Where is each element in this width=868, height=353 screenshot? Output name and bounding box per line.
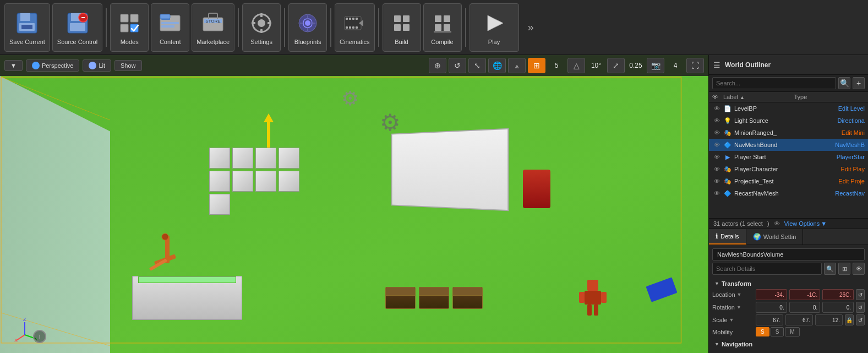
rotation-reset-btn[interactable]: ↺ [856, 302, 865, 313]
svg-rect-58 [579, 292, 585, 303]
scene-3d[interactable]: ⚙ ⚙ [0, 76, 708, 353]
play-button[interactable]: Play [470, 3, 519, 52]
toolbar-expand-button[interactable]: » [526, 19, 536, 36]
marketplace-icon: STORE [200, 10, 226, 36]
rotation-y-input[interactable]: 0. [789, 302, 821, 313]
outliner-item-levelbp[interactable]: 👁 📄 LevelBP Edit Level [709, 102, 868, 115]
item-visibility-minionranged[interactable]: 👁 [712, 128, 721, 137]
item-visibility-projectiletest[interactable]: 👁 [712, 177, 721, 186]
outliner-search-icon[interactable]: 🔍 [838, 77, 850, 89]
location-y-input[interactable]: -1C. [789, 289, 821, 300]
outliner-item-playerstart[interactable]: 👁 ▶ Player Start PlayerStar [709, 151, 868, 163]
svg-text:X: X [14, 338, 18, 343]
location-x-input[interactable]: -34. [756, 289, 787, 300]
save-current-button[interactable]: Save Current [4, 3, 50, 52]
viewport-info-icon[interactable]: i [33, 330, 46, 343]
details-eye-btn[interactable]: 👁 [853, 263, 865, 275]
rotate-tool[interactable]: ↺ [449, 58, 466, 73]
viewport[interactable]: ▼ Perspective Lit Show ⊕ ↺ ⤡ 🌐 [0, 55, 708, 353]
lit-btn[interactable]: Lit [83, 59, 111, 72]
scale-z-input[interactable]: 12. [815, 314, 843, 325]
scale-arrow-icon: ▼ [729, 317, 734, 323]
world-settings-tab-label: World Settin [763, 233, 796, 240]
cubes-group [209, 148, 319, 215]
details-grid-btn[interactable]: ⊞ [838, 263, 850, 275]
svg-line-62 [17, 335, 25, 340]
perspective-btn[interactable]: Perspective [26, 59, 79, 72]
show-btn[interactable]: Show [114, 60, 142, 71]
settings-button[interactable]: Settings [242, 3, 281, 52]
scale-snap-tool[interactable]: ⤢ [607, 58, 625, 73]
blueprints-icon [294, 10, 321, 36]
sort-arrow-icon: ▲ [740, 95, 745, 100]
details-tab-label: Details [720, 233, 739, 240]
view-options-btn[interactable]: View Options ▼ [784, 220, 827, 227]
tab-details[interactable]: ℹ Details [709, 229, 746, 245]
rotation-x-input[interactable]: 0. [756, 302, 787, 313]
outliner-item-navmeshbound[interactable]: 👁 🔷 NavMeshBound NavMeshB [709, 139, 868, 151]
svg-rect-57 [585, 291, 601, 305]
svg-rect-59 [601, 292, 607, 303]
outliner-add-btn[interactable]: + [853, 77, 865, 89]
actor-count-paren: ) [767, 220, 769, 227]
item-icon-playerstart: ▶ [723, 153, 732, 161]
angle-snap-tool[interactable]: △ [567, 58, 585, 73]
scale-reset-btn[interactable]: ↺ [856, 314, 865, 325]
details-search-input[interactable] [712, 263, 822, 275]
outliner-search-input[interactable] [712, 77, 836, 89]
mobility-static-btn[interactable]: S [756, 327, 769, 336]
scale-x-input[interactable]: 67. [756, 314, 783, 325]
item-label-levelbp: LevelBP [734, 105, 818, 112]
scale-lock-btn[interactable]: 🔒 [845, 314, 854, 325]
outliner-item-recastnavmesh[interactable]: 👁 🔷 RecastNavMesh RecastNav [709, 187, 868, 199]
build-button[interactable]: Build [383, 3, 421, 52]
modes-button[interactable]: Modes [110, 3, 149, 52]
details-panel: NavMeshBoundsVolume 🔍 ⊞ 👁 ▼ Transform Lo… [709, 245, 868, 353]
source-control-label: Source Control [57, 39, 97, 45]
details-tabs: ℹ Details 🌍 World Settin [709, 229, 868, 245]
location-arrow-icon: ▼ [737, 292, 742, 297]
mobility-stationary-btn[interactable]: S [771, 327, 784, 336]
item-visibility-playerstart[interactable]: 👁 [712, 153, 721, 161]
item-label-navmeshbound: NavMeshBound [734, 142, 818, 148]
location-reset-btn[interactable]: ↺ [856, 289, 865, 300]
details-search-icon[interactable]: 🔍 [824, 263, 836, 275]
item-visibility-navmeshbound[interactable]: 👁 [712, 140, 721, 149]
scale-y-input[interactable]: 67. [785, 314, 813, 325]
tab-world-settings[interactable]: 🌍 World Settin [746, 229, 804, 245]
scale-tool[interactable]: ⤡ [468, 58, 486, 73]
svg-rect-37 [349, 26, 351, 29]
move-tool[interactable]: ⊕ [429, 58, 446, 73]
item-visibility-playercharacter[interactable]: 👁 [712, 165, 721, 173]
marketplace-button[interactable]: STORE Marketplace [192, 3, 234, 52]
outliner-item-minionranged[interactable]: 👁 🎭 MinionRanged_ Edit Mini [709, 127, 868, 139]
outliner-item-lightsource[interactable]: 👁 💡 Light Source Directiona [709, 115, 868, 127]
svg-rect-26 [252, 22, 255, 24]
grid-tool[interactable]: ⊞ [528, 58, 545, 73]
rotation-z-input[interactable]: 0. [822, 302, 854, 313]
compile-button[interactable]: Compile [423, 3, 462, 52]
item-visibility-recastnavmesh[interactable]: 👁 [712, 189, 721, 198]
cinematics-button[interactable]: Cinematics [335, 3, 374, 52]
outliner-item-playercharacter[interactable]: 👁 🎭 PlayerCharacter Edit Play [709, 163, 868, 175]
blueprints-button[interactable]: Blueprints [288, 3, 327, 52]
mobility-movable-btn[interactable]: M [785, 327, 799, 336]
world-space-tool[interactable]: 🌐 [488, 58, 506, 73]
location-z-input[interactable]: 26C. [822, 289, 854, 300]
surface-snap-tool[interactable]: ⟁ [508, 58, 526, 73]
compile-label: Compile [431, 39, 453, 45]
maximize-btn[interactable]: ⛶ [686, 58, 704, 73]
details-search-row: 🔍 ⊞ 👁 [712, 263, 865, 275]
outliner-item-projectiletest[interactable]: 👁 🎭 Projectile_Test Edit Proje [709, 175, 868, 187]
scale-label: Scale ▼ [712, 317, 754, 323]
viewport-dropdown-btn[interactable]: ▼ [4, 60, 23, 71]
toolbar-separator-1 [106, 8, 107, 47]
item-visibility-levelbp[interactable]: 👁 [712, 104, 721, 113]
navigation-section-header[interactable]: ▼ Navigation [712, 339, 865, 350]
transform-section-header[interactable]: ▼ Transform [712, 278, 865, 289]
item-visibility-lightsource[interactable]: 👁 [712, 116, 721, 125]
chest-group [385, 287, 483, 309]
content-button[interactable]: Content [151, 3, 189, 52]
camera-btn[interactable]: 📷 [647, 58, 664, 73]
source-control-button[interactable]: Source Control [52, 3, 102, 52]
